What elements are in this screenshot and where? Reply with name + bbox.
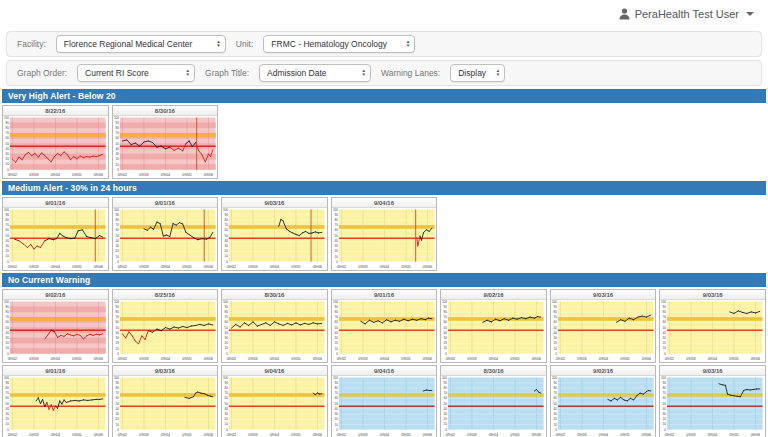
chart-title: 9/03/16 xyxy=(222,198,327,208)
svg-text:90: 90 xyxy=(553,305,557,309)
patient-chart[interactable]: 9/02/16100908070605040302010009/0209/030… xyxy=(550,365,657,437)
svg-text:50: 50 xyxy=(115,402,119,406)
svg-text:09/03: 09/03 xyxy=(248,433,257,437)
patient-chart[interactable]: 9/04/16100908070605040302010009/0209/030… xyxy=(331,365,438,437)
svg-text:80: 80 xyxy=(115,310,119,314)
svg-text:09/03: 09/03 xyxy=(248,265,257,269)
patient-chart[interactable]: 9/03/16100908070605040302010009/0209/030… xyxy=(659,289,766,363)
patient-chart[interactable]: 9/04/16100908070605040302010009/0209/030… xyxy=(331,197,438,271)
svg-text:09/05: 09/05 xyxy=(620,357,629,361)
svg-text:09/02: 09/02 xyxy=(117,265,126,269)
svg-text:09/04: 09/04 xyxy=(599,357,608,361)
svg-text:09/04: 09/04 xyxy=(270,265,279,269)
svg-text:80: 80 xyxy=(225,386,229,390)
patient-chart[interactable]: 9/01/16100908070605040302010009/0209/030… xyxy=(112,197,219,271)
svg-text:100: 100 xyxy=(442,300,447,304)
svg-text:90: 90 xyxy=(553,381,557,385)
svg-text:20: 20 xyxy=(663,417,667,421)
svg-text:09/02: 09/02 xyxy=(446,433,455,437)
svg-text:60: 60 xyxy=(6,136,10,140)
svg-text:70: 70 xyxy=(334,391,338,395)
patient-chart[interactable]: 8/30/16100908070605040302010009/0209/030… xyxy=(112,105,219,179)
select-arrows-icon xyxy=(186,69,190,78)
svg-text:30: 30 xyxy=(334,412,338,416)
ri-trend-plot: 100908070605040302010009/0209/0309/0409/… xyxy=(551,300,656,362)
svg-text:70: 70 xyxy=(334,223,338,227)
svg-text:09/06: 09/06 xyxy=(423,265,432,269)
svg-text:90: 90 xyxy=(115,213,119,217)
svg-text:100: 100 xyxy=(223,300,228,304)
svg-text:09/03: 09/03 xyxy=(358,265,367,269)
svg-text:09/03: 09/03 xyxy=(248,357,257,361)
svg-text:0: 0 xyxy=(7,352,9,356)
svg-text:10: 10 xyxy=(663,423,667,427)
svg-text:09/03: 09/03 xyxy=(139,173,148,177)
graph-title-select[interactable]: Admission Date xyxy=(259,64,371,82)
ri-trend-plot: 100908070605040302010009/0209/0309/0409/… xyxy=(441,300,546,362)
svg-text:09/06: 09/06 xyxy=(94,433,103,437)
svg-text:09/05: 09/05 xyxy=(182,265,191,269)
patient-chart[interactable]: 9/01/16100908070605040302010009/0209/030… xyxy=(2,197,109,271)
patient-chart[interactable]: 9/02/16100908070605040302010009/0209/030… xyxy=(2,289,109,363)
svg-text:70: 70 xyxy=(6,223,10,227)
svg-text:09/03: 09/03 xyxy=(29,433,38,437)
svg-text:90: 90 xyxy=(6,213,10,217)
svg-text:90: 90 xyxy=(444,305,448,309)
svg-text:20: 20 xyxy=(225,249,229,253)
svg-text:09/02: 09/02 xyxy=(8,173,17,177)
svg-text:40: 40 xyxy=(115,331,119,335)
ri-trend-plot: 100908070605040302010009/0209/0309/0409/… xyxy=(332,208,437,270)
warning-lanes-select[interactable]: Display xyxy=(450,64,505,82)
graph-order-select[interactable]: Current RI Score xyxy=(77,64,195,82)
patient-chart[interactable]: 9/03/16100908070605040302010009/0209/030… xyxy=(659,365,766,437)
svg-text:100: 100 xyxy=(4,208,9,212)
svg-text:80: 80 xyxy=(115,386,119,390)
svg-text:90: 90 xyxy=(6,305,10,309)
svg-text:50: 50 xyxy=(225,402,229,406)
chart-title: 9/01/16 xyxy=(3,366,108,376)
patient-chart[interactable]: 9/01/16100908070605040302010009/0209/030… xyxy=(2,365,109,437)
ri-trend-plot: 100908070605040302010009/0209/0309/0409/… xyxy=(222,208,327,270)
patient-chart[interactable]: 9/01/16100908070605040302010009/0209/030… xyxy=(331,289,438,363)
patient-chart[interactable]: 8/30/16100908070605040302010009/0209/030… xyxy=(221,289,328,363)
svg-text:09/03: 09/03 xyxy=(139,433,148,437)
patient-chart[interactable]: 8/25/16100908070605040302010009/0209/030… xyxy=(112,289,219,363)
svg-text:09/03: 09/03 xyxy=(577,357,586,361)
svg-text:09/06: 09/06 xyxy=(94,357,103,361)
select-arrows-icon xyxy=(496,69,500,78)
svg-text:09/06: 09/06 xyxy=(423,433,432,437)
ri-trend-plot: 100908070605040302010009/0209/0309/0409/… xyxy=(222,300,327,362)
patient-chart[interactable]: 9/03/16100908070605040302010009/0209/030… xyxy=(550,289,657,363)
unit-value: FRMC - Hematology Oncology xyxy=(271,39,387,49)
section-header: No Current Warning xyxy=(2,273,766,287)
svg-text:60: 60 xyxy=(115,396,119,400)
svg-text:60: 60 xyxy=(115,136,119,140)
svg-text:09/03: 09/03 xyxy=(468,357,477,361)
svg-text:09/04: 09/04 xyxy=(708,357,717,361)
svg-text:90: 90 xyxy=(225,213,229,217)
svg-text:100: 100 xyxy=(113,376,118,380)
svg-text:70: 70 xyxy=(115,223,119,227)
patient-chart[interactable]: 8/30/16100908070605040302010009/0209/030… xyxy=(440,365,547,437)
patient-chart[interactable]: 8/22/16100908070605040302010009/0209/030… xyxy=(2,105,109,179)
svg-text:70: 70 xyxy=(225,391,229,395)
svg-text:10: 10 xyxy=(115,423,119,427)
user-menu-button[interactable]: PeraHealth Test User xyxy=(619,8,754,20)
patient-chart[interactable]: 9/04/16100908070605040302010009/0209/030… xyxy=(221,365,328,437)
svg-text:30: 30 xyxy=(6,412,10,416)
svg-text:20: 20 xyxy=(115,157,119,161)
patient-chart[interactable]: 9/03/16100908070605040302010009/0209/030… xyxy=(221,197,328,271)
unit-select[interactable]: FRMC - Hematology Oncology xyxy=(263,35,415,53)
chart-title: 9/03/16 xyxy=(113,366,218,376)
patient-chart[interactable]: 9/02/16100908070605040302010009/0209/030… xyxy=(440,289,547,363)
chart-grid: 8/22/16100908070605040302010009/0209/030… xyxy=(2,105,766,179)
facility-select[interactable]: Florence Regional Medical Center xyxy=(56,35,226,53)
svg-text:09/03: 09/03 xyxy=(358,357,367,361)
chart-title: 9/01/16 xyxy=(113,198,218,208)
svg-text:80: 80 xyxy=(444,386,448,390)
patient-chart[interactable]: 9/03/16100908070605040302010009/0209/030… xyxy=(112,365,219,437)
svg-text:09/03: 09/03 xyxy=(577,433,586,437)
svg-text:09/05: 09/05 xyxy=(182,357,191,361)
svg-text:30: 30 xyxy=(663,336,667,340)
svg-text:30: 30 xyxy=(444,336,448,340)
